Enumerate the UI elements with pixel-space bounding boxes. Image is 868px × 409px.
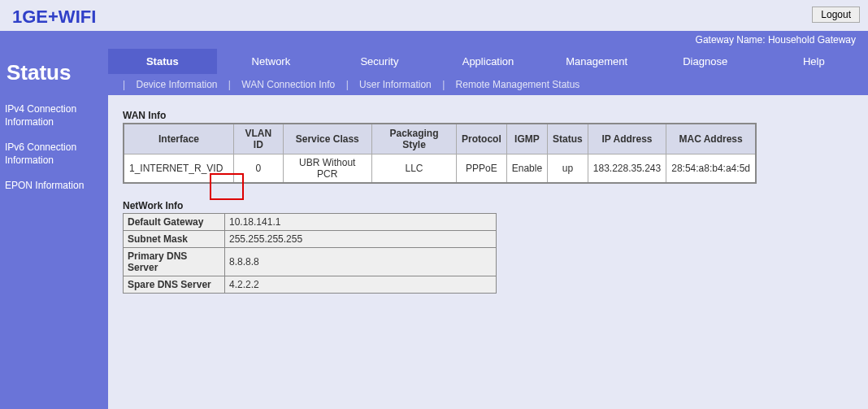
sidebar-title: Status — [0, 55, 108, 97]
separator: | — [118, 79, 130, 90]
td-mac: 28:54:a8:b4:a4:5d — [666, 154, 756, 184]
wan-info-label: WAN Info — [123, 110, 853, 123]
sidebar-item-epon[interactable]: EPON Information — [0, 173, 108, 199]
subnet-value: 255.255.255.255 — [225, 231, 497, 248]
separator: | — [224, 79, 236, 90]
subnet-label: Subnet Mask — [124, 231, 225, 248]
subnav-user[interactable]: User Information — [356, 79, 435, 90]
gateway-name-bar: Gateway Name: Household Gateway — [0, 31, 868, 49]
tab-status[interactable]: Status — [108, 49, 217, 74]
th-status: Status — [548, 124, 588, 154]
th-protocol: Protocol — [457, 124, 507, 154]
separator: | — [437, 79, 449, 90]
table-row: 1_INTERNET_R_VID_ 0 UBR Without PCR LLC … — [124, 154, 756, 184]
gateway-label: Default Gateway — [124, 214, 225, 231]
tab-security[interactable]: Security — [325, 49, 434, 74]
tab-help[interactable]: Help — [759, 49, 868, 74]
th-ip: IP Address — [588, 124, 666, 154]
brand-title: 1GE+WIFI — [12, 7, 96, 28]
sidebar-item-ipv6[interactable]: IPv6 Connection Information — [0, 135, 108, 173]
td-ip: 183.228.35.243 — [588, 154, 666, 184]
top-nav: Status Network Security Application Mana… — [108, 49, 868, 74]
spare-dns-value: 4.2.2.2 — [225, 276, 497, 294]
primary-dns-value: 8.8.8.8 — [225, 248, 497, 276]
td-status: up — [548, 154, 588, 184]
sub-nav: | Device Information | WAN Connection In… — [108, 74, 868, 95]
separator: | — [341, 79, 354, 90]
subnav-wan[interactable]: WAN Connection Info — [238, 79, 338, 90]
subnav-remote[interactable]: Remote Management Status — [453, 79, 584, 90]
tab-management[interactable]: Management — [542, 49, 651, 74]
gateway-value: 10.18.141.1 — [225, 214, 497, 231]
tab-diagnose[interactable]: Diagnose — [651, 49, 760, 74]
td-protocol: PPPoE — [457, 154, 507, 184]
td-interface: 1_INTERNET_R_VID_ — [124, 154, 234, 184]
th-mac: MAC Address — [666, 124, 756, 154]
sidebar: Status IPv4 Connection Information IPv6 … — [0, 49, 108, 409]
th-service: Service Class — [283, 124, 371, 154]
td-igmp: Enable — [506, 154, 547, 184]
th-interface: Interface — [124, 124, 234, 154]
network-info-table: Default Gateway 10.18.141.1 Subnet Mask … — [123, 213, 497, 294]
td-service: UBR Without PCR — [283, 154, 371, 184]
th-vlan: VLAN ID — [234, 124, 284, 154]
th-igmp: IGMP — [506, 124, 547, 154]
spare-dns-label: Spare DNS Server — [124, 276, 225, 294]
th-packaging: Packaging Style — [371, 124, 456, 154]
tab-application[interactable]: Application — [434, 49, 543, 74]
td-packaging: LLC — [371, 154, 456, 184]
sidebar-item-ipv4[interactable]: IPv4 Connection Information — [0, 97, 108, 135]
logout-button[interactable]: Logout — [812, 7, 860, 23]
network-info-label: NetWork Info — [123, 200, 853, 213]
wan-info-table: Interface VLAN ID Service Class Packagin… — [123, 123, 757, 184]
td-vlan: 0 — [234, 154, 284, 184]
primary-dns-label: Primary DNS Server — [124, 248, 225, 276]
subnav-device[interactable]: Device Information — [132, 79, 220, 90]
tab-network[interactable]: Network — [217, 49, 326, 74]
